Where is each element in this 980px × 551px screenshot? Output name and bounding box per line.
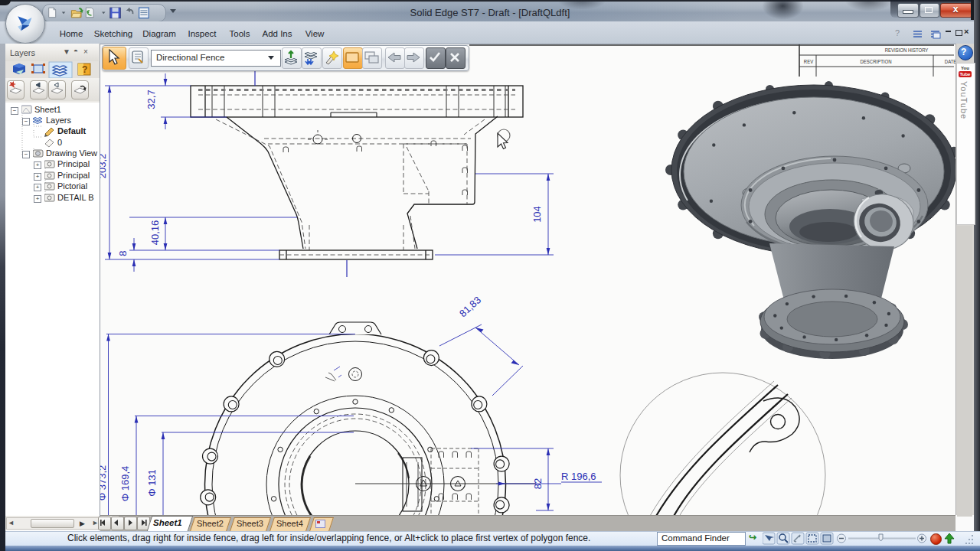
svg-text:REVISION HISTORY: REVISION HISTORY: [885, 47, 929, 54]
svg-text:R 196,6: R 196,6: [561, 471, 596, 482]
svg-text:Φ 131: Φ 131: [146, 469, 158, 497]
svg-text:DESCRIPTION: DESCRIPTION: [861, 58, 892, 64]
svg-text:8: 8: [117, 250, 129, 256]
svg-text:203,2: 203,2: [100, 154, 108, 179]
svg-text:Φ 373,2: Φ 373,2: [100, 465, 108, 501]
svg-text:?: ?: [82, 64, 87, 75]
svg-text:32,7: 32,7: [145, 90, 157, 109]
svg-text:REV: REV: [804, 58, 814, 64]
svg-text:104: 104: [531, 206, 543, 223]
svg-text:40,16: 40,16: [149, 220, 161, 246]
svg-text:DATE: DATE: [945, 58, 956, 64]
svg-text:Φ 169,4: Φ 169,4: [119, 466, 131, 502]
svg-text:82: 82: [532, 478, 544, 489]
